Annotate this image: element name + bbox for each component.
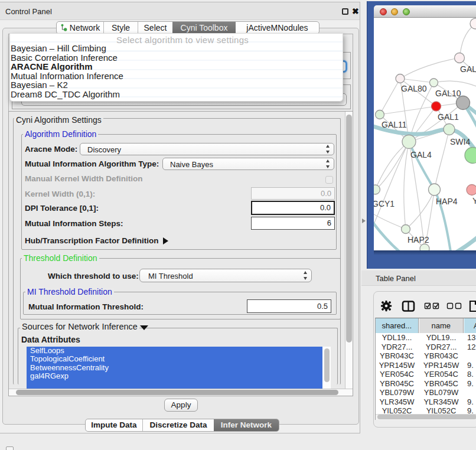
svg-text:HAP4: HAP4 xyxy=(436,197,458,206)
svg-text:GAL80: GAL80 xyxy=(401,84,427,93)
svg-text:SWI4: SWI4 xyxy=(450,137,470,146)
svg-text:GAL4: GAL4 xyxy=(410,150,432,159)
svg-text:GAL10: GAL10 xyxy=(435,89,461,98)
svg-text:GCY1: GCY1 xyxy=(374,199,395,208)
svg-text:GAL7: GAL7 xyxy=(460,64,476,74)
svg-text:Y: Y xyxy=(472,196,476,206)
svg-text:HAP2: HAP2 xyxy=(407,235,429,244)
svg-text:GAL11: GAL11 xyxy=(382,120,407,129)
svg-text:GAL1: GAL1 xyxy=(438,112,459,122)
